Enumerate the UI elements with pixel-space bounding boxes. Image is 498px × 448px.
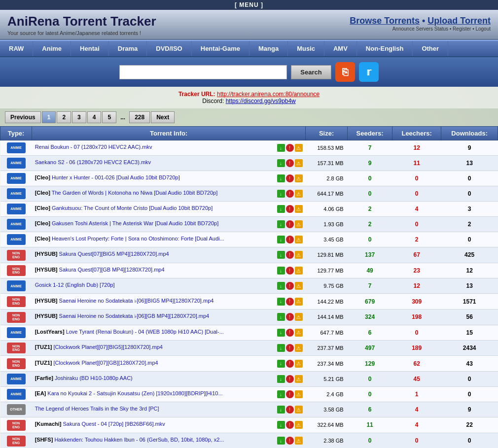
download-icon[interactable]: ↓ [277,360,285,368]
nav-tab-raw[interactable]: RAW [0,41,33,56]
tracker-url-link[interactable]: http://tracker.anirena.com:80/announce [217,91,320,98]
warn-icon[interactable]: ! [286,298,294,306]
warn-icon[interactable]: ! [286,220,294,228]
torrent-link[interactable]: [Clockwork Planet][07][GB][1280X720].mp4 [52,360,158,366]
page-2-button[interactable]: 2 [57,111,71,123]
search-input[interactable] [119,65,287,79]
nav-tab-manga[interactable]: Manga [249,41,288,56]
torrent-link[interactable]: Heaven's Lost Property: Forte | Sora no … [50,236,224,241]
torrent-link[interactable]: Love Tyrant (Renai Boukun) - 04 (WEB 108… [65,329,224,335]
torrent-link[interactable]: Sakura Quest[07][BIG5 MP4][1280X720].mp4 [58,251,169,257]
page-last-button[interactable]: 228 [129,111,150,123]
search-button[interactable]: Search [291,65,331,79]
page-1-button[interactable]: 1 [42,111,56,123]
warn-icon[interactable]: ! [286,344,294,352]
warn-icon[interactable]: ! [286,282,294,290]
alert-icon[interactable]: ⚠ [295,236,303,243]
torrent-link[interactable]: Renai Boukun - 07 (1280x720 HEVC2 AAC).m… [35,144,152,150]
warn-icon[interactable]: ! [286,421,294,429]
warn-icon[interactable]: ! [286,390,294,398]
torrent-link[interactable]: Saenai Heroine no Sodatekata ♭[06][GB MP… [58,313,210,319]
warn-icon[interactable]: ! [286,144,294,152]
warn-icon[interactable]: ! [286,251,294,259]
alert-icon[interactable]: ⚠ [295,174,303,182]
download-icon[interactable]: ↓ [277,390,285,398]
alert-icon[interactable]: ⚠ [295,344,303,352]
torrent-link[interactable]: Gakusen Toshi Asterisk | The Asterisk Wa… [50,220,218,226]
alert-icon[interactable]: ⚠ [295,437,303,445]
warn-icon[interactable]: ! [286,313,294,321]
download-icon[interactable]: ↓ [277,174,285,182]
download-icon[interactable]: ↓ [277,437,285,445]
alert-icon[interactable]: ⚠ [295,375,303,383]
warn-icon[interactable]: ! [286,406,294,414]
download-icon[interactable]: ↓ [277,344,285,352]
download-icon[interactable]: ↓ [277,267,285,275]
download-icon[interactable]: ↓ [277,236,285,243]
download-icon[interactable]: ↓ [277,251,285,259]
download-icon[interactable]: ↓ [277,298,285,306]
alert-icon[interactable]: ⚠ [295,329,303,337]
download-icon[interactable]: ↓ [277,144,285,152]
alert-icon[interactable]: ⚠ [295,313,303,321]
menu-label[interactable]: [ MENU ] [235,1,263,8]
nav-tab-anime[interactable]: Anime [33,41,71,56]
nav-tab-other[interactable]: Other [413,41,448,56]
warn-icon[interactable]: ! [286,190,294,198]
warn-icon[interactable]: ! [286,159,294,167]
alert-icon[interactable]: ⚠ [295,251,303,259]
alert-icon[interactable]: ⚠ [295,298,303,306]
torrent-link[interactable]: [Clockwork Planet][07][BIG5][1280X720].m… [52,344,162,350]
torrent-link[interactable]: Gosick 1-12 (English Dub) [720p] [35,282,115,288]
warn-icon[interactable]: ! [286,174,294,182]
warn-icon[interactable]: ! [286,236,294,243]
alert-icon[interactable]: ⚠ [295,390,303,398]
alert-icon[interactable]: ⚠ [295,267,303,275]
download-icon[interactable]: ↓ [277,205,285,213]
previous-button[interactable]: Previous [5,111,41,123]
download-icon[interactable]: ↓ [277,313,285,321]
discord-link[interactable]: https://discord.gg/vs9pb4w [226,98,296,104]
nav-tab-amv[interactable]: AMV [324,41,357,56]
torrent-link[interactable]: Sakura Quest - 04 [720p] [9B26BF66].mkv [61,421,165,427]
torrent-link[interactable]: Hakkenden: Touhou Hakken Ibun - 06 (GerS… [53,437,224,443]
alert-icon[interactable]: ⚠ [295,190,303,198]
warn-icon[interactable]: ! [286,205,294,213]
alert-icon[interactable]: ⚠ [295,282,303,290]
rss-icon[interactable]: ⎘ [335,62,355,82]
torrent-link[interactable]: The Garden of Words | Kotonoha no Niwa [… [50,190,217,196]
torrent-link[interactable]: Sakura Quest[07][GB MP4][1280X720].mp4 [58,267,165,273]
torrent-link[interactable]: Joshiraku (BD Hi10-1080p AAC) [53,375,133,381]
download-icon[interactable]: ↓ [277,406,285,414]
nav-tab-dvdiso[interactable]: DVD/ISO [147,41,191,56]
nav-tab-non-english[interactable]: Non-English [357,41,413,56]
alert-icon[interactable]: ⚠ [295,144,303,152]
alert-icon[interactable]: ⚠ [295,360,303,368]
alert-icon[interactable]: ⚠ [295,220,303,228]
warn-icon[interactable]: ! [286,437,294,445]
twitter-icon[interactable]: 𝕣 [359,62,379,82]
page-3-button[interactable]: 3 [72,111,86,123]
nav-tab-music[interactable]: Music [288,41,324,56]
download-icon[interactable]: ↓ [277,329,285,337]
download-icon[interactable]: ↓ [277,421,285,429]
nav-tab-drama[interactable]: Drama [109,41,147,56]
torrent-link[interactable]: Gankutsuou: The Count of Monte Cristo [D… [50,205,213,211]
warn-icon[interactable]: ! [286,329,294,337]
next-button[interactable]: Next [151,111,175,123]
torrent-link[interactable]: The Legend of Heroes Trails in the Sky t… [35,406,159,412]
torrent-link[interactable]: Saenai Heroine no Sodatekata ♭[06][BIG5 … [58,298,214,304]
alert-icon[interactable]: ⚠ [295,205,303,213]
download-icon[interactable]: ↓ [277,190,285,198]
torrent-link[interactable]: Kara no Kyoukai 2 - Satsujin Kousatsu (Z… [46,390,222,396]
alert-icon[interactable]: ⚠ [295,421,303,429]
torrent-link[interactable]: Hunter x Hunter - 001-026 [Dual Audio 10… [50,174,180,180]
upload-torrent-link[interactable]: Upload Torrent [427,16,491,26]
download-icon[interactable]: ↓ [277,375,285,383]
browse-torrents-link[interactable]: Browse Torrents [350,16,420,26]
warn-icon[interactable]: ! [286,267,294,275]
warn-icon[interactable]: ! [286,375,294,383]
alert-icon[interactable]: ⚠ [295,159,303,167]
download-icon[interactable]: ↓ [277,159,285,167]
download-icon[interactable]: ↓ [277,282,285,290]
